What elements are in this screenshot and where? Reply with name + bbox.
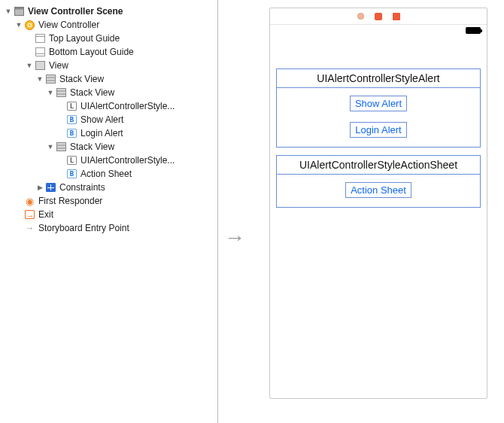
svg-rect-6 [36, 62, 45, 70]
layout-guide-icon [35, 33, 46, 44]
outline-label: Stack View [59, 72, 104, 86]
exit-dot-icon[interactable] [393, 13, 400, 20]
outline-label: View Controller Scene [28, 5, 123, 18]
device-frame[interactable]: UIAlertControllerStyleAlert Show Alert L… [269, 8, 487, 399]
first-responder-dot-icon[interactable] [375, 13, 382, 20]
layout-guide-icon [35, 47, 46, 57]
first-responder-icon: ◉ [24, 196, 35, 206]
outline-label: Show Alert [80, 113, 123, 126]
disclosure-down-icon[interactable]: ▼ [47, 86, 54, 99]
outline-label: View [49, 59, 68, 72]
uilabel-icon: L [66, 155, 77, 166]
disclosure-down-icon[interactable]: ▼ [36, 72, 44, 86]
viewcontroller-icon [24, 20, 35, 30]
uibutton-icon: B [66, 128, 77, 138]
outline-viewcontroller[interactable]: ▼ View Controller [5, 18, 217, 32]
stackview-actionsheet[interactable]: UIAlertControllerStyleActionSheet Action… [276, 155, 481, 208]
svg-rect-10 [57, 89, 66, 97]
outline-button-item[interactable]: B Login Alert [5, 126, 217, 140]
view-icon [35, 60, 46, 71]
outline-entry-point[interactable]: → Storyboard Entry Point [5, 221, 217, 235]
disclosure-down-icon[interactable]: ▼ [5, 5, 12, 18]
stackview-icon [56, 142, 67, 152]
svg-rect-13 [57, 143, 66, 151]
disclosure-down-icon[interactable]: ▼ [15, 18, 23, 32]
outline-label-item[interactable]: L UIAlertControllerStyle... [5, 154, 217, 167]
show-alert-button[interactable]: Show Alert [350, 96, 407, 111]
outline-scene[interactable]: ▼ View Controller Scene [5, 5, 217, 18]
outline-top-layout-guide[interactable]: Top Layout Guide [5, 32, 217, 45]
stackview-icon [56, 87, 67, 98]
section-title-label: UIAlertControllerStyleAlert [277, 69, 480, 88]
outline-exit[interactable]: Exit [5, 208, 217, 221]
action-sheet-button[interactable]: Action Sheet [345, 182, 411, 198]
scene-icon [14, 6, 25, 17]
outline-label: Login Alert [80, 126, 123, 140]
svg-rect-1 [15, 8, 24, 10]
outline-constraints[interactable]: ▶ Constraints [5, 181, 217, 194]
uibutton-icon: B [66, 169, 77, 179]
outline-label: Top Layout Guide [49, 32, 120, 45]
spacer [270, 38, 487, 68]
entry-arrow-icon: → [24, 223, 35, 233]
segue-arrow-icon: → [224, 226, 245, 250]
outline-label: UIAlertControllerStyle... [80, 154, 175, 167]
outline-view[interactable]: ▼ View [5, 59, 217, 72]
scene-title-bar[interactable] [270, 8, 487, 25]
outline-label: Stack View [70, 140, 114, 154]
stackview-icon [45, 74, 56, 84]
exit-icon [24, 209, 35, 220]
svg-rect-4 [36, 48, 45, 56]
outline-label-item[interactable]: L UIAlertControllerStyle... [5, 99, 217, 113]
outline-label: Action Sheet [80, 167, 132, 181]
vc-dot-icon[interactable] [357, 13, 364, 20]
outline-label: Exit [38, 208, 53, 221]
battery-icon [466, 27, 481, 34]
outline-label: First Responder [38, 194, 102, 208]
outline-button-item[interactable]: B Show Alert [5, 113, 217, 126]
outline-label: Bottom Layout Guide [49, 45, 134, 59]
outline-first-responder[interactable]: ◉ First Responder [5, 194, 217, 208]
svg-rect-7 [47, 75, 56, 84]
outline-button-item[interactable]: B Action Sheet [5, 167, 217, 181]
stackview-alert[interactable]: UIAlertControllerStyleAlert Show Alert L… [276, 68, 481, 148]
outline-label: View Controller [38, 18, 99, 32]
constraints-icon [45, 182, 56, 193]
uibutton-icon: B [66, 114, 77, 125]
stackview-body: Show Alert Login Alert [277, 88, 480, 147]
outline-stackview[interactable]: ▼ Stack View [5, 140, 217, 154]
outline-stackview[interactable]: ▼ Stack View [5, 72, 217, 86]
login-alert-button[interactable]: Login Alert [350, 122, 406, 138]
outline-stackview[interactable]: ▼ Stack View [5, 86, 217, 99]
disclosure-down-icon[interactable]: ▼ [26, 59, 33, 72]
outline-label: Stack View [70, 86, 114, 99]
uilabel-icon: L [66, 101, 77, 111]
section-title-label: UIAlertControllerStyleActionSheet [277, 156, 480, 175]
stackview-body: Action Sheet [277, 175, 480, 207]
disclosure-down-icon[interactable]: ▼ [47, 140, 54, 154]
document-outline: ▼ View Controller Scene ▼ View Controlle… [0, 0, 218, 423]
status-bar [270, 25, 487, 38]
outline-label: Constraints [59, 181, 105, 194]
root-view[interactable]: UIAlertControllerStyleAlert Show Alert L… [270, 68, 487, 398]
outline-bottom-layout-guide[interactable]: Bottom Layout Guide [5, 45, 217, 59]
outline-label: UIAlertControllerStyle... [80, 99, 175, 113]
svg-rect-2 [36, 35, 45, 43]
disclosure-right-icon[interactable]: ▶ [36, 181, 44, 194]
outline-label: Storyboard Entry Point [38, 221, 129, 235]
storyboard-canvas[interactable]: → UIAlertControllerStyleAlert Show Alert… [218, 0, 504, 423]
